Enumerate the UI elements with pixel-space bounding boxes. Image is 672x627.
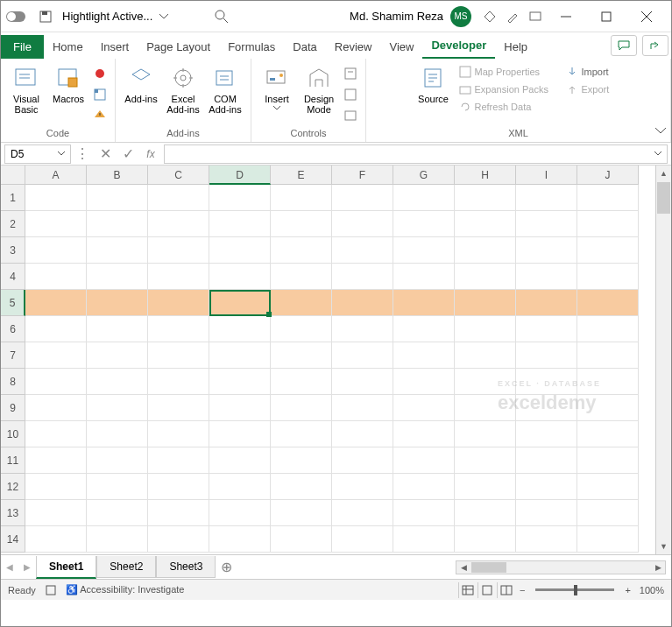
macro-security-icon[interactable] — [90, 106, 110, 125]
tab-page-layout[interactable]: Page Layout — [138, 35, 219, 59]
cell[interactable] — [516, 474, 577, 500]
cell[interactable] — [87, 237, 148, 264]
cell[interactable] — [25, 185, 87, 211]
zoom-level[interactable]: 100% — [640, 585, 664, 595]
record-macro-icon[interactable] — [90, 64, 110, 83]
source-button[interactable]: Source — [414, 62, 454, 106]
cancel-icon[interactable]: ✕ — [94, 144, 117, 164]
cell[interactable] — [271, 237, 332, 264]
cell[interactable] — [332, 526, 393, 553]
namebox-expand-icon[interactable]: ⋮ — [71, 144, 94, 164]
cell[interactable] — [87, 369, 148, 395]
cell[interactable] — [271, 474, 332, 500]
cell[interactable] — [577, 474, 639, 500]
sheet-nav-prev[interactable]: ◀ — [1, 562, 18, 572]
cell[interactable] — [393, 447, 455, 474]
cell[interactable] — [455, 369, 516, 395]
autosave-toggle[interactable] — [6, 11, 25, 22]
search-icon[interactable] — [210, 5, 233, 28]
collapse-ribbon-icon[interactable] — [655, 123, 666, 138]
cell[interactable] — [87, 290, 148, 316]
cell[interactable] — [332, 185, 393, 211]
expansion-packs-button[interactable]: Expansion Packs — [456, 81, 561, 97]
cell[interactable] — [393, 185, 455, 211]
cell[interactable] — [271, 395, 332, 421]
cell[interactable] — [516, 316, 577, 342]
cell[interactable] — [577, 237, 639, 264]
cell[interactable] — [148, 290, 209, 316]
cell[interactable] — [209, 421, 271, 447]
maximize-button[interactable] — [587, 4, 626, 30]
cell[interactable] — [577, 264, 639, 290]
cell[interactable] — [577, 526, 639, 553]
tab-developer[interactable]: Developer — [422, 33, 495, 59]
col-header-B[interactable]: B — [87, 166, 148, 185]
cell[interactable] — [87, 395, 148, 421]
col-header-D[interactable]: D — [209, 166, 271, 185]
cell[interactable] — [271, 211, 332, 237]
cell[interactable] — [87, 421, 148, 447]
cell[interactable] — [209, 447, 271, 474]
cell[interactable] — [271, 526, 332, 553]
export-button[interactable]: Export — [562, 81, 624, 97]
col-header-G[interactable]: G — [393, 166, 455, 185]
use-relative-icon[interactable] — [90, 85, 110, 104]
normal-view-icon[interactable] — [458, 582, 477, 598]
diamond-icon[interactable] — [478, 5, 501, 28]
cell[interactable] — [271, 342, 332, 369]
cell[interactable] — [455, 447, 516, 474]
design-mode-button[interactable]: Design Mode — [299, 62, 339, 125]
cell[interactable] — [455, 237, 516, 264]
cell[interactable] — [577, 290, 639, 316]
row-header-7[interactable]: 7 — [1, 342, 25, 369]
cell[interactable] — [25, 211, 87, 237]
cell[interactable] — [148, 316, 209, 342]
macro-status-icon[interactable] — [41, 582, 60, 598]
cell[interactable] — [148, 185, 209, 211]
tab-review[interactable]: Review — [326, 35, 381, 59]
row-header-14[interactable]: 14 — [1, 526, 25, 553]
cell[interactable] — [148, 237, 209, 264]
cell[interactable] — [332, 290, 393, 316]
cell[interactable] — [393, 237, 455, 264]
visual-basic-button[interactable]: Visual Basic — [6, 62, 46, 125]
cell[interactable] — [209, 395, 271, 421]
cell[interactable] — [455, 211, 516, 237]
col-header-I[interactable]: I — [516, 166, 577, 185]
row-header-8[interactable]: 8 — [1, 369, 25, 395]
cell[interactable] — [271, 290, 332, 316]
cell[interactable] — [455, 185, 516, 211]
cell[interactable] — [332, 474, 393, 500]
cell[interactable] — [455, 421, 516, 447]
sheet-tab-2[interactable]: Sheet2 — [96, 556, 156, 578]
cell[interactable] — [209, 290, 271, 316]
horizontal-scrollbar[interactable]: ◀ ▶ — [456, 560, 666, 574]
minimize-button[interactable] — [547, 4, 585, 30]
cell[interactable] — [393, 264, 455, 290]
import-button[interactable]: Import — [562, 64, 624, 80]
cell[interactable] — [25, 526, 87, 553]
cell[interactable] — [148, 421, 209, 447]
cell[interactable] — [271, 421, 332, 447]
cell[interactable] — [516, 369, 577, 395]
cell[interactable] — [516, 290, 577, 316]
cell[interactable] — [209, 500, 271, 526]
name-box[interactable]: D5 — [4, 144, 71, 164]
cell[interactable] — [87, 526, 148, 553]
cell[interactable] — [25, 500, 87, 526]
cell[interactable] — [393, 290, 455, 316]
cell[interactable] — [25, 237, 87, 264]
cell[interactable] — [332, 447, 393, 474]
cell[interactable] — [271, 316, 332, 342]
cell[interactable] — [25, 369, 87, 395]
cell[interactable] — [577, 342, 639, 369]
cell[interactable] — [87, 264, 148, 290]
row-header-11[interactable]: 11 — [1, 447, 25, 474]
zoom-slider[interactable] — [535, 588, 614, 591]
cell[interactable] — [25, 474, 87, 500]
document-name[interactable]: Hightlight Active... — [62, 10, 152, 23]
cell[interactable] — [393, 395, 455, 421]
cell[interactable] — [209, 369, 271, 395]
display-options-icon[interactable] — [524, 5, 547, 28]
scroll-right-icon[interactable]: ▶ — [651, 563, 665, 572]
